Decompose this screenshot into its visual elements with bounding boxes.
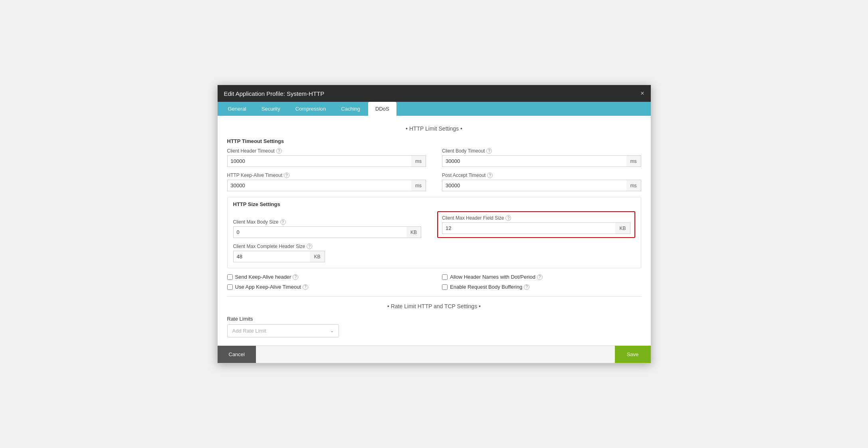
post-accept-timeout-help-icon[interactable]: ?: [487, 172, 493, 178]
rate-limits-section: Rate Limits Add Rate Limit ⌄: [227, 316, 641, 337]
client-max-body-size-input[interactable]: [233, 226, 406, 238]
client-max-body-size-unit: KB: [406, 226, 421, 238]
http-limit-section-title: • HTTP Limit Settings •: [227, 125, 641, 132]
client-max-body-size-label: Client Max Body Size ?: [233, 219, 422, 225]
modal: Edit Application Profile: System-HTTP × …: [217, 85, 651, 363]
save-button[interactable]: Save: [615, 346, 651, 363]
tab-bar: General Security Compression Caching DDo…: [218, 102, 651, 116]
use-app-keepalive-timeout-label: Use App Keep-Alive Timeout ?: [235, 284, 308, 290]
rate-limits-label: Rate Limits: [227, 316, 641, 322]
http-keepalive-timeout-group: HTTP Keep-Alive Timeout ? ms: [227, 172, 426, 191]
client-body-timeout-input-group: ms: [442, 155, 641, 167]
checkbox-row-1: Send Keep-Alive header ? Allow Header Na…: [227, 274, 641, 280]
client-max-body-size-input-group: KB: [233, 226, 422, 238]
use-app-keepalive-timeout-checkbox[interactable]: [227, 284, 233, 290]
enable-request-body-buffering-group: Enable Request Body Buffering ?: [442, 284, 641, 290]
timeout-row-1: Client Header Timeout ? ms Client Body T…: [227, 148, 641, 167]
post-accept-timeout-input[interactable]: [442, 180, 626, 191]
client-body-timeout-input[interactable]: [442, 155, 626, 167]
client-body-timeout-label: Client Body Timeout ?: [442, 148, 641, 154]
close-button[interactable]: ×: [640, 90, 644, 97]
timeout-settings-label: HTTP Timeout Settings: [227, 138, 641, 144]
client-max-header-field-size-input-group: KB: [442, 222, 630, 234]
tab-compression[interactable]: Compression: [288, 102, 333, 116]
modal-title: Edit Application Profile: System-HTTP: [224, 90, 325, 97]
use-app-keepalive-timeout-group: Use App Keep-Alive Timeout ?: [227, 284, 426, 290]
http-keepalive-timeout-input[interactable]: [227, 180, 412, 191]
client-header-timeout-unit: ms: [411, 155, 426, 167]
tab-general[interactable]: General: [221, 102, 254, 116]
size-row-2: Client Max Complete Header Size ? KB: [233, 244, 635, 262]
client-body-timeout-help-icon[interactable]: ?: [486, 148, 492, 154]
allow-header-names-checkbox[interactable]: [442, 274, 448, 280]
http-keepalive-timeout-label: HTTP Keep-Alive Timeout ?: [227, 172, 426, 178]
modal-body: • HTTP Limit Settings • HTTP Timeout Set…: [218, 116, 651, 345]
client-max-header-field-size-input[interactable]: [442, 222, 615, 234]
checkbox-row-2: Use App Keep-Alive Timeout ? Enable Requ…: [227, 284, 641, 290]
add-rate-limit-dropdown[interactable]: Add Rate Limit ⌄: [227, 324, 339, 337]
size-settings-label: HTTP Size Settings: [233, 201, 635, 207]
size-row-1: Client Max Body Size ? KB Client Max Hea…: [233, 211, 635, 238]
client-max-body-size-help-icon[interactable]: ?: [280, 219, 286, 225]
http-keepalive-timeout-input-group: ms: [227, 180, 426, 191]
enable-request-body-buffering-checkbox[interactable]: [442, 284, 448, 290]
size-settings-box: HTTP Size Settings Client Max Body Size …: [227, 197, 641, 268]
client-max-complete-header-size-group: Client Max Complete Header Size ? KB: [233, 244, 426, 262]
allow-header-names-label: Allow Header Names with Dot/Period ?: [450, 274, 543, 280]
client-max-header-field-size-label: Client Max Header Field Size ?: [442, 215, 630, 221]
modal-footer: Cancel Save: [218, 345, 651, 363]
send-keepalive-header-group: Send Keep-Alive header ?: [227, 274, 426, 280]
client-header-timeout-label: Client Header Timeout ?: [227, 148, 426, 154]
client-max-complete-header-size-input[interactable]: [233, 251, 310, 262]
send-keepalive-header-label: Send Keep-Alive header ?: [235, 274, 299, 280]
client-max-header-field-size-help-icon[interactable]: ?: [505, 215, 511, 221]
tab-ddos[interactable]: DDoS: [368, 102, 396, 116]
section-divider: [227, 296, 641, 297]
client-max-complete-header-size-unit: KB: [310, 251, 325, 262]
allow-header-names-group: Allow Header Names with Dot/Period ?: [442, 274, 641, 280]
client-body-timeout-group: Client Body Timeout ? ms: [442, 148, 641, 167]
cancel-button[interactable]: Cancel: [218, 346, 256, 363]
client-max-complete-header-size-input-group: KB: [233, 251, 325, 262]
http-keepalive-timeout-help-icon[interactable]: ?: [284, 172, 289, 178]
http-keepalive-timeout-unit: ms: [411, 180, 426, 191]
post-accept-timeout-input-group: ms: [442, 180, 641, 191]
send-keepalive-header-help-icon[interactable]: ?: [293, 274, 298, 280]
post-accept-timeout-label: Post Accept Timeout ?: [442, 172, 641, 178]
use-app-keepalive-timeout-help-icon[interactable]: ?: [303, 284, 308, 290]
chevron-down-icon: ⌄: [330, 328, 334, 333]
client-max-header-field-size-group: Client Max Header Field Size ? KB: [437, 211, 635, 238]
send-keepalive-header-checkbox[interactable]: [227, 274, 233, 280]
tab-security[interactable]: Security: [254, 102, 287, 116]
rate-limit-section-title: • Rate Limit HTTP and TCP Settings •: [227, 303, 641, 309]
allow-header-names-help-icon[interactable]: ?: [537, 274, 543, 280]
enable-request-body-buffering-help-icon[interactable]: ?: [524, 284, 529, 290]
client-max-header-field-size-unit: KB: [615, 222, 630, 234]
post-accept-timeout-unit: ms: [626, 180, 641, 191]
modal-header: Edit Application Profile: System-HTTP ×: [218, 85, 651, 102]
client-max-complete-header-size-help-icon[interactable]: ?: [307, 244, 312, 249]
timeout-row-2: HTTP Keep-Alive Timeout ? ms Post Accept…: [227, 172, 641, 191]
add-rate-limit-placeholder: Add Rate Limit: [232, 328, 266, 334]
client-max-body-size-group: Client Max Body Size ? KB: [233, 219, 422, 238]
tab-caching[interactable]: Caching: [334, 102, 367, 116]
client-header-timeout-help-icon[interactable]: ?: [276, 148, 282, 154]
client-header-timeout-input-group: ms: [227, 155, 426, 167]
post-accept-timeout-group: Post Accept Timeout ? ms: [442, 172, 641, 191]
client-max-complete-header-size-label: Client Max Complete Header Size ?: [233, 244, 426, 249]
enable-request-body-buffering-label: Enable Request Body Buffering ?: [450, 284, 529, 290]
client-header-timeout-group: Client Header Timeout ? ms: [227, 148, 426, 167]
client-body-timeout-unit: ms: [626, 155, 641, 167]
client-header-timeout-input[interactable]: [227, 155, 412, 167]
